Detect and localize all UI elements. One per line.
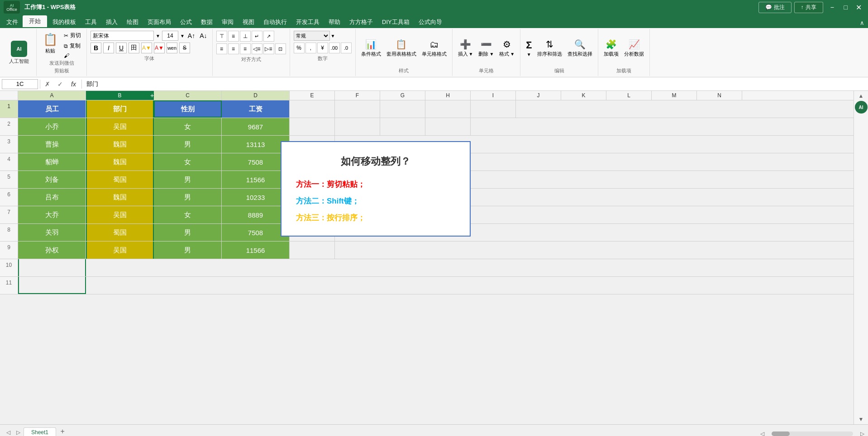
format-cell-btn[interactable]: ⚙ 格式 ▼: [497, 37, 516, 59]
cell-c2[interactable]: 女: [154, 118, 222, 135]
cell-d8[interactable]: 7508: [222, 224, 290, 241]
decrease-decimal-btn[interactable]: .0: [341, 43, 352, 53]
percent-btn[interactable]: %: [294, 43, 305, 53]
cell-rest2[interactable]: [471, 118, 854, 135]
cell-rest10[interactable]: [86, 259, 854, 276]
cell-c7[interactable]: 女: [154, 206, 222, 223]
cell-c5[interactable]: 男: [154, 171, 222, 188]
minimize-button[interactable]: －: [826, 3, 839, 12]
font-name-select[interactable]: [91, 31, 154, 41]
right-scroll-down[interactable]: ▼: [858, 416, 864, 422]
cell-c1[interactable]: 性别: [154, 100, 222, 118]
tab-my-templates[interactable]: 我的模板: [48, 16, 81, 28]
cell-style-btn[interactable]: 🗂 单元格格式: [420, 38, 448, 59]
col-header-m[interactable]: M: [652, 91, 697, 100]
formula-input[interactable]: [84, 79, 866, 89]
copy-btn[interactable]: ⧉ 复制: [62, 41, 83, 51]
format-painter-btn[interactable]: 🖌: [62, 52, 83, 60]
row-num-2[interactable]: 2: [0, 118, 18, 135]
tab-draw[interactable]: 绘图: [122, 16, 143, 28]
batch-button[interactable]: 💬 批注: [758, 2, 792, 13]
align-center-btn[interactable]: ≡: [228, 43, 239, 54]
cell-b3[interactable]: 魏国: [86, 136, 154, 153]
thousands-btn[interactable]: ,: [305, 43, 316, 53]
wen-btn[interactable]: wen: [167, 43, 177, 53]
tab-view[interactable]: 视图: [238, 16, 259, 28]
cell-a5[interactable]: 刘备: [18, 171, 86, 188]
sum-btn[interactable]: Σ ▼: [524, 38, 534, 59]
name-box[interactable]: [2, 79, 38, 89]
tab-page-layout[interactable]: 页面布局: [143, 16, 176, 28]
cell-h1[interactable]: [425, 100, 471, 118]
row-num-1[interactable]: 1: [0, 100, 18, 118]
tab-ffgz[interactable]: 方方格子: [345, 16, 377, 28]
row-num-9[interactable]: 9: [0, 242, 18, 259]
cell-d1[interactable]: 工资: [222, 100, 290, 118]
cell-a3[interactable]: 曹操: [18, 136, 86, 153]
row-num-5[interactable]: 5: [0, 171, 18, 188]
cell-c3[interactable]: 男: [154, 136, 222, 153]
cell-d4[interactable]: 7508: [222, 153, 290, 171]
increase-font-btn[interactable]: A↑: [186, 32, 196, 39]
font-size-dropdown-icon[interactable]: ▼: [180, 33, 185, 38]
col-header-h[interactable]: H: [425, 91, 471, 100]
border-btn[interactable]: 田: [129, 43, 139, 53]
cut-btn[interactable]: ✂ 剪切: [62, 31, 83, 40]
align-middle-btn[interactable]: ≡: [228, 31, 239, 42]
decrease-indent-btn[interactable]: ◁≡: [252, 43, 262, 54]
col-header-c[interactable]: C: [154, 91, 222, 100]
sheet-tab-sheet1[interactable]: Sheet1: [24, 427, 56, 436]
cell-a7[interactable]: 大乔: [18, 206, 86, 223]
align-bottom-btn[interactable]: ⊥: [240, 31, 251, 42]
cell-c4[interactable]: 女: [154, 153, 222, 171]
font-size-input[interactable]: [162, 31, 178, 41]
cell-e9[interactable]: [290, 242, 335, 259]
row-num-10[interactable]: 10: [0, 259, 18, 276]
tab-tools[interactable]: 工具: [81, 16, 101, 28]
cell-c9[interactable]: 男: [154, 242, 222, 259]
col-header-e[interactable]: E: [290, 91, 335, 100]
office-ai-icon[interactable]: AI Office: [4, 1, 20, 14]
tab-diy[interactable]: DIY工具箱: [377, 16, 414, 28]
cond-format-btn[interactable]: 📊 条件格式: [359, 37, 383, 59]
cell-a6[interactable]: 吕布: [18, 189, 86, 206]
fill-color-btn[interactable]: A▼: [141, 43, 152, 53]
scroll-right-btn[interactable]: ▷: [860, 431, 864, 436]
cell-b9[interactable]: 吴国: [86, 242, 154, 259]
merge-btn[interactable]: ⊡: [275, 43, 286, 54]
find-select-btn[interactable]: 🔍 查找和选择: [566, 37, 594, 59]
cell-d7[interactable]: 8889: [222, 206, 290, 223]
cell-a9[interactable]: 孙权: [18, 242, 86, 259]
cell-d6[interactable]: 10233: [222, 189, 290, 206]
cell-b7[interactable]: 吴国: [86, 206, 154, 223]
cell-b6[interactable]: 魏国: [86, 189, 154, 206]
delete-dropdown-icon[interactable]: ▼: [489, 52, 494, 57]
col-header-d[interactable]: D: [222, 91, 290, 100]
cell-f1[interactable]: [335, 100, 380, 118]
number-format-dropdown[interactable]: ▼: [331, 33, 335, 38]
align-top-btn[interactable]: ⊤: [216, 31, 227, 42]
decrease-font-btn[interactable]: A↓: [198, 32, 208, 39]
cell-d5[interactable]: 11566: [222, 171, 290, 188]
tab-formula-wizard[interactable]: 公式向导: [414, 16, 447, 28]
cell-a1[interactable]: 员工: [18, 100, 86, 118]
load-addon-btn[interactable]: 🧩 加载项: [602, 37, 620, 59]
cell-a8[interactable]: 关羽: [18, 224, 86, 241]
underline-btn[interactable]: U: [116, 43, 127, 53]
fx-btn[interactable]: fx: [67, 81, 80, 88]
italic-btn[interactable]: I: [103, 43, 114, 53]
add-sheet-btn[interactable]: +: [57, 426, 68, 436]
cell-f2[interactable]: [335, 118, 380, 135]
ai-btn[interactable]: AI 人工智能: [5, 39, 33, 66]
tab-formula[interactable]: 公式: [176, 16, 196, 28]
cell-d9[interactable]: 11566: [222, 242, 290, 259]
col-header-k[interactable]: K: [561, 91, 606, 100]
tab-data[interactable]: 数据: [196, 16, 217, 28]
close-button[interactable]: ✕: [853, 3, 864, 12]
cancel-formula-btn[interactable]: ✗: [42, 79, 53, 90]
cell-d3[interactable]: 13113: [222, 136, 290, 153]
maximize-button[interactable]: □: [841, 4, 850, 11]
cell-e1[interactable]: [290, 100, 335, 118]
row-num-6[interactable]: 6: [0, 189, 18, 206]
cell-g1[interactable]: [380, 100, 425, 118]
